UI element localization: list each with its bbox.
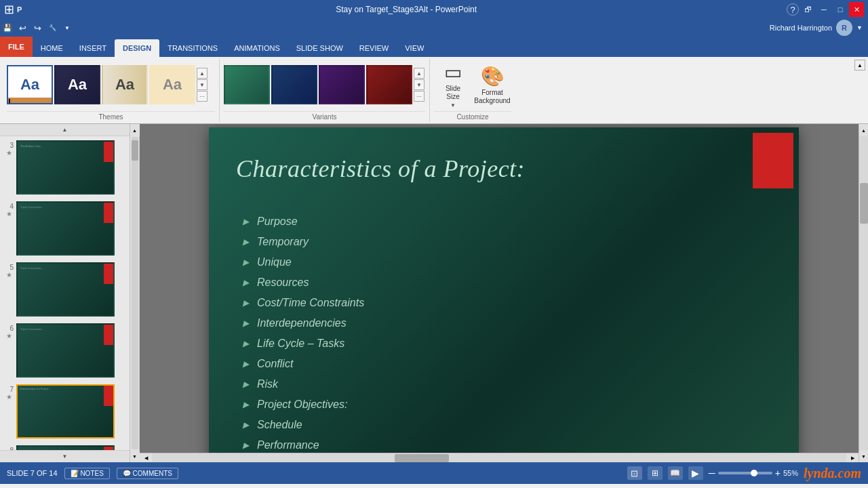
slide-item-4[interactable]: 4 ★ Triple Constraints...	[3, 200, 127, 257]
view-reading-button[interactable]: 📖	[668, 466, 683, 480]
slide-item-7[interactable]: 7 ★ Characteristics of a Project...	[3, 383, 127, 440]
maximize-button[interactable]: □	[833, 2, 848, 17]
bullet-risk: ▶ Risk	[243, 378, 364, 390]
bullet-text-lifecycle: Life Cycle – Tasks	[257, 338, 344, 350]
bullet-interdependencies: ▶ Interdependencies	[243, 317, 364, 329]
view-slide-sorter-button[interactable]: ⊞	[648, 466, 663, 480]
format-background-button[interactable]: 🎨 Format Background	[473, 60, 511, 109]
zoom-level: 55%	[783, 469, 798, 477]
zoom-in-button[interactable]: +	[775, 468, 781, 479]
tab-review[interactable]: REVIEW	[351, 39, 397, 57]
theme-1[interactable]: Aa |	[7, 65, 53, 104]
close-button[interactable]: ✕	[849, 2, 864, 17]
format-background-label: Format Background	[474, 89, 510, 105]
tab-slideshow[interactable]: SLIDE SHOW	[288, 39, 351, 57]
ribbon-tabs: FILE HOME INSERT DESIGN TRANSITIONS ANIM…	[0, 37, 868, 57]
variant-scroll-down[interactable]: ▼	[414, 79, 425, 90]
slide-vscroll-up[interactable]: ▲	[130, 124, 140, 136]
slide-panel-scroll-down[interactable]: ▼	[0, 450, 130, 462]
ribbon-collapse-button[interactable]: ▲	[854, 60, 865, 70]
slide-canvas[interactable]: Characteristics of a Project: ▶ Purpose …	[209, 127, 799, 460]
slide-number-7: 7	[4, 386, 14, 393]
customize-quick-access-button[interactable]: 🔧	[45, 20, 60, 35]
theme-2[interactable]: Aa	[54, 65, 100, 104]
slide-vscroll-thumb	[132, 140, 138, 161]
theme-3[interactable]: Aa	[102, 65, 148, 104]
customize-section: ▭ SlideSize ▼ 🎨 Format Background Custom…	[430, 58, 515, 122]
variant-3[interactable]	[319, 65, 365, 104]
tab-home[interactable]: HOME	[33, 39, 71, 57]
view-slideshow-button[interactable]: ▶	[688, 466, 703, 480]
minimize-button[interactable]: ─	[816, 2, 831, 17]
bullet-performance: ▶ Performance	[243, 439, 364, 451]
bullet-conflict: ▶ Conflict	[243, 358, 364, 370]
slide-item-6[interactable]: 6 ★ Triple Constraints...	[3, 322, 127, 379]
variant-scroll-up[interactable]: ▲	[414, 68, 425, 79]
bullet-schedule: ▶ Schedule	[243, 419, 364, 431]
canvas-hscroll-right[interactable]: ▶	[846, 453, 859, 462]
save-button[interactable]: 💾	[0, 20, 15, 35]
comments-button[interactable]: 💬 COMMENTS	[117, 468, 178, 479]
restore-button[interactable]: 🗗	[800, 2, 815, 17]
bullet-text-schedule: Schedule	[257, 419, 302, 431]
tab-view[interactable]: VIEW	[397, 39, 432, 57]
tab-insert[interactable]: INSERT	[71, 39, 115, 57]
help-button[interactable]: ?	[787, 3, 799, 16]
slide-size-label: SlideSize	[446, 85, 460, 101]
status-bar: SLIDE 7 OF 14 📝 NOTES 💬 COMMENTS ⊡ ⊞ 📖 ▶…	[0, 462, 868, 484]
ribbon: Aa | Aa Aa Aa	[0, 57, 868, 124]
variant-scroll-more[interactable]: ⋯	[414, 91, 425, 102]
slide-star-6: ★	[6, 332, 12, 340]
bullet-arrow-3: ▶	[243, 258, 249, 267]
theme-scroll-up[interactable]: ▲	[197, 68, 208, 79]
canvas-hscroll-thumb	[395, 454, 449, 462]
bullet-arrow-2: ▶	[243, 237, 249, 247]
variant-1[interactable]	[224, 65, 270, 104]
canvas-hscroll-left[interactable]: ◀	[140, 453, 152, 462]
redo-button[interactable]: ↪	[30, 20, 45, 35]
bullet-arrow-1: ▶	[243, 217, 249, 226]
variants-section: ▲ ▼ ⋯ Variants	[220, 58, 430, 122]
bullet-arrow-12: ▶	[243, 441, 249, 450]
user-dropdown[interactable]: ▼	[856, 24, 863, 31]
slide-panel-scrollbar: ▲ ▼	[130, 124, 140, 462]
bullet-arrow-4: ▶	[243, 278, 249, 287]
slide-item-3[interactable]: 3 ★ The Bottom Line...	[3, 139, 127, 196]
theme-scroll: ▲ ▼ ⋯	[197, 68, 208, 102]
variant-2[interactable]	[271, 65, 317, 104]
slide-item-8[interactable]: 8 ★ Project Control Cycle...	[3, 444, 127, 450]
username-label: Richard Harrington	[770, 24, 832, 32]
tab-transitions[interactable]: TRANSITIONS	[159, 39, 226, 57]
theme-scroll-down[interactable]: ▼	[197, 79, 208, 90]
slide-vscroll-down[interactable]: ▼	[130, 450, 140, 462]
zoom-slider[interactable]	[718, 472, 772, 474]
zoom-out-button[interactable]: ─	[709, 468, 715, 479]
variants-label: Variants	[224, 111, 425, 122]
bullet-arrow-10: ▶	[243, 400, 249, 409]
comments-icon: 💬	[123, 470, 131, 477]
canvas-vscroll-up[interactable]: ▲	[859, 124, 868, 136]
bullet-resources: ▶ Resources	[243, 277, 364, 289]
tab-file[interactable]: FILE	[0, 37, 33, 57]
theme-1-label: Aa	[20, 76, 39, 94]
quick-access-dropdown[interactable]: ▼	[60, 20, 75, 35]
slide-6-content: Triple Constraints...	[18, 325, 113, 334]
slide-title[interactable]: Characteristics of a Project:	[236, 155, 525, 183]
slide-panel-scroll-up[interactable]: ▲	[0, 124, 130, 136]
canvas-vscroll-down[interactable]: ▼	[859, 450, 868, 462]
slide-red-decoration	[753, 133, 793, 188]
bullet-text-conflict: Conflict	[257, 358, 293, 370]
slide-size-button[interactable]: ▭ SlideSize ▼	[434, 60, 472, 109]
undo-button[interactable]: ↩	[15, 20, 30, 35]
app-icon: ⊞	[4, 2, 14, 17]
theme-4[interactable]: Aa	[149, 65, 195, 104]
tab-design[interactable]: DESIGN	[115, 39, 159, 57]
theme-2-label: Aa	[68, 76, 87, 94]
view-normal-button[interactable]: ⊡	[627, 466, 642, 480]
bullet-purpose: ▶ Purpose	[243, 216, 364, 228]
variant-4[interactable]	[366, 65, 412, 104]
theme-scroll-more[interactable]: ⋯	[197, 91, 208, 102]
notes-button[interactable]: 📝 NOTES	[64, 468, 110, 479]
tab-animations[interactable]: ANIMATIONS	[226, 39, 288, 57]
slide-item-5[interactable]: 5 ★ Triple Constraints...	[3, 261, 127, 318]
